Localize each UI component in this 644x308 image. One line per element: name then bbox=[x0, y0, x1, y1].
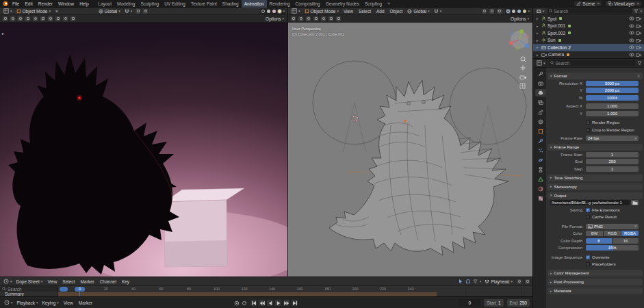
previous-keyframe-button[interactable] bbox=[258, 299, 266, 307]
frame-start-field[interactable]: Start 1 bbox=[484, 299, 503, 307]
tab-world[interactable] bbox=[535, 118, 546, 125]
dope-sheet-mode-dropdown[interactable]: Dope Sheet▾ bbox=[15, 279, 44, 285]
shading-rendered-icon[interactable] bbox=[277, 9, 282, 14]
render-region-checkbox[interactable] bbox=[586, 120, 590, 125]
resolution-y-field[interactable]: 2000 px bbox=[586, 88, 639, 93]
proportional-edit-icon[interactable] bbox=[516, 279, 522, 285]
outliner-search-input[interactable]: Search bbox=[548, 8, 633, 14]
tab-shading[interactable]: Shading bbox=[220, 0, 242, 8]
tool-icon[interactable] bbox=[320, 16, 326, 22]
compression-slider[interactable]: 15% bbox=[586, 245, 639, 251]
aspect-x-field[interactable]: 1.000 bbox=[586, 103, 639, 109]
disable-in-render-icon[interactable] bbox=[636, 16, 641, 21]
hide-in-viewport-icon[interactable] bbox=[629, 16, 634, 21]
remove-view-layer-icon[interactable]: × bbox=[636, 1, 639, 5]
snap-toggle[interactable]: ▾ bbox=[433, 8, 443, 14]
menu-help[interactable]: Help bbox=[77, 1, 91, 6]
menu-window[interactable]: Window bbox=[55, 1, 77, 6]
blender-logo-icon[interactable] bbox=[0, 1, 10, 7]
toolbar-expand-icon[interactable]: ▸ bbox=[2, 31, 4, 36]
panel-output[interactable]: ▾Output bbox=[548, 192, 643, 199]
tab-modifiers[interactable] bbox=[535, 137, 546, 144]
sync-icon[interactable] bbox=[242, 300, 247, 306]
options-dropdown[interactable]: Options▾ bbox=[509, 16, 530, 22]
pivot-point-icon[interactable] bbox=[135, 8, 141, 14]
hide-in-viewport-icon[interactable] bbox=[629, 38, 634, 42]
tool-icon[interactable] bbox=[313, 16, 319, 22]
add-workspace-button[interactable]: + bbox=[385, 0, 393, 8]
tab-texture-paint[interactable]: Texture Paint bbox=[188, 0, 220, 8]
tab-object[interactable] bbox=[535, 127, 546, 135]
collapsed-menus-button[interactable]: » bbox=[53, 9, 60, 14]
file-extensions-checkbox[interactable]: ✓ bbox=[586, 208, 590, 212]
color-rgba-option[interactable]: RGBA bbox=[621, 231, 639, 236]
tab-view-layer[interactable] bbox=[535, 99, 546, 106]
disable-in-render-icon[interactable] bbox=[636, 38, 641, 42]
depth-8-option[interactable]: 8 bbox=[586, 238, 612, 244]
tool-icon[interactable] bbox=[55, 16, 61, 22]
tool-icon[interactable] bbox=[10, 16, 16, 22]
shading-rendered-icon[interactable] bbox=[522, 9, 527, 14]
crop-to-render-region-checkbox[interactable] bbox=[586, 128, 590, 132]
menu-file[interactable]: File bbox=[10, 1, 22, 6]
menu-key[interactable]: Key bbox=[120, 279, 131, 284]
tab-object-data[interactable] bbox=[535, 175, 546, 183]
tool-icon[interactable] bbox=[335, 16, 342, 22]
tab-output[interactable] bbox=[535, 89, 546, 97]
play-reverse-button[interactable] bbox=[266, 299, 274, 307]
show-gizmo-icon[interactable] bbox=[481, 8, 487, 14]
menu-marker[interactable]: Marker bbox=[77, 300, 94, 305]
panel-frame-range[interactable]: ▾Frame Range bbox=[548, 144, 643, 151]
tab-animation[interactable]: Animation bbox=[242, 0, 267, 8]
tab-uv-editing[interactable]: UV Editing bbox=[162, 0, 188, 8]
show-overlays-icon[interactable] bbox=[489, 8, 495, 14]
current-frame-field[interactable]: 0 bbox=[459, 299, 480, 307]
shading-dropdown-icon[interactable]: ▾ bbox=[283, 10, 285, 13]
menu-edit[interactable]: Edit bbox=[22, 1, 35, 6]
unlink-scene-icon[interactable]: × bbox=[597, 1, 600, 5]
filter-dropdown-icon[interactable]: ▾ bbox=[640, 10, 642, 13]
shading-solid-icon[interactable] bbox=[266, 9, 271, 14]
options-icon[interactable] bbox=[524, 279, 530, 285]
depth-16-option[interactable]: 16 bbox=[613, 238, 639, 244]
outliner-item-camera[interactable]: ▸ Camera bbox=[533, 51, 644, 59]
frame-end-field[interactable]: 250 bbox=[586, 159, 639, 164]
tool-icon[interactable] bbox=[40, 16, 46, 22]
panel-color-management[interactable]: ▸Color Management bbox=[548, 270, 643, 277]
tool-icon[interactable] bbox=[328, 16, 334, 22]
keying-dropdown[interactable]: Keying▾ bbox=[40, 300, 60, 306]
tool-icon[interactable] bbox=[2, 16, 8, 22]
panel-post-processing[interactable]: ▸Post Processing bbox=[548, 279, 643, 285]
outliner-item-spot[interactable]: ▸ Spot bbox=[533, 15, 644, 23]
tab-particles[interactable] bbox=[535, 146, 546, 154]
frame-start-field[interactable]: 1 bbox=[586, 152, 639, 157]
next-keyframe-button[interactable] bbox=[283, 299, 290, 307]
tab-geometry-nodes[interactable]: Geometry Nodes bbox=[323, 0, 362, 8]
tab-constraints[interactable] bbox=[535, 166, 546, 173]
menu-add[interactable]: Add bbox=[374, 9, 387, 14]
tab-sculpting[interactable]: Sculpting bbox=[138, 0, 162, 8]
color-bw-option[interactable]: BW bbox=[586, 231, 603, 236]
tab-layout[interactable]: Layout bbox=[96, 0, 115, 8]
browse-folder-button[interactable] bbox=[631, 200, 639, 205]
aspect-y-field[interactable]: 1.000 bbox=[586, 111, 639, 116]
snapping-dropdown[interactable]: Playhead▾ bbox=[483, 279, 514, 285]
menu-render[interactable]: Render bbox=[36, 1, 55, 6]
xray-toggle-icon[interactable] bbox=[496, 8, 502, 14]
jump-to-end-button[interactable] bbox=[291, 299, 298, 307]
view-layer-selector[interactable]: ViewLayer × bbox=[605, 1, 642, 7]
tool-icon[interactable] bbox=[32, 16, 38, 22]
tab-scene[interactable] bbox=[535, 108, 546, 116]
outliner-item-spot-002[interactable]: ▸ Spot.002 bbox=[533, 29, 644, 37]
tab-render[interactable] bbox=[535, 79, 546, 87]
menu-view[interactable]: View bbox=[62, 300, 75, 305]
frame-step-field[interactable]: 1 bbox=[586, 166, 639, 172]
shading-solid-icon[interactable] bbox=[511, 9, 516, 14]
editor-type-button[interactable]: ▾ bbox=[2, 8, 14, 14]
tab-texture[interactable] bbox=[535, 194, 546, 202]
transform-orientation-dropdown[interactable]: Global▾ bbox=[97, 8, 122, 14]
preview-range-handle[interactable] bbox=[60, 287, 68, 292]
tab-material[interactable] bbox=[535, 185, 546, 192]
options-dropdown[interactable]: Options▾ bbox=[264, 16, 285, 22]
hide-in-viewport-icon[interactable] bbox=[629, 24, 634, 28]
